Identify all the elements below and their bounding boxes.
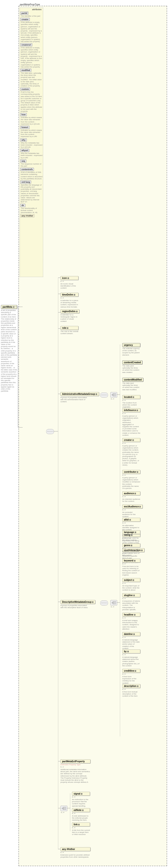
attr-label: creator xyxy=(20,18,30,21)
desc-seq xyxy=(100,600,108,606)
node-label: altid⊞ xyxy=(122,518,140,522)
attr-label: contentrefs xyxy=(20,168,34,171)
attr-label: modified xyxy=(20,69,31,72)
node-label: timeDelim⊞ xyxy=(61,293,78,297)
node-desc: An instruction to the processor that the… xyxy=(72,799,90,807)
type-frame: attributes partidThe identifier of the p… xyxy=(19,6,167,866)
desc-node-headline: headline⊞0..∞A brief and snappy introduc… xyxy=(122,613,140,630)
node-desc: An iconic visual identification of the c… xyxy=(61,283,78,289)
attr-creator: creatorIf the attribute is empty, specif… xyxy=(20,18,42,42)
admin-node-exclaudience: exclAudience⊞0..∞An excluded audience fo… xyxy=(122,504,143,518)
node-card: 0..∞ xyxy=(122,563,140,565)
node-desc: An intended audience for the content. xyxy=(122,498,140,502)
node-label: audience⊞ xyxy=(122,491,140,495)
node-label: contributor⊞ xyxy=(122,470,140,474)
admin-node-urgency: urgencyThe editorial urgency of the cont… xyxy=(122,343,140,356)
node-desc: A delimiter for a rectangular region in … xyxy=(61,314,78,322)
attr-desc: Why the metadata has been included - exp… xyxy=(21,152,42,159)
node-card: 0..∞ xyxy=(122,582,140,584)
node-label: creditline⊞ xyxy=(122,669,140,673)
any-other-desc: Extension point for provider-defined pro… xyxy=(61,854,91,858)
node-label: by⊞ xyxy=(122,649,140,653)
admin-seq xyxy=(100,393,108,398)
desc-choice-card: 0..∞ xyxy=(111,606,114,608)
node-desc: A note addressed to the editorial people… xyxy=(72,815,90,821)
partmeta-ext-property-card: 0..∞ xyxy=(61,766,91,768)
desc-node-dateline: dateline⊞0..∞A natural-language statemen… xyxy=(122,632,140,649)
node-card: 0..∞ xyxy=(122,617,140,619)
bottom-choice xyxy=(61,806,67,811)
attr-label: partid xyxy=(20,11,28,15)
node-label: language⊞ xyxy=(122,530,140,534)
node-desc: A delimiter for a piece of streaming med… xyxy=(61,300,78,308)
node-desc: The editorial urgency of the content, as… xyxy=(122,347,140,356)
attr-label: seq xyxy=(20,159,26,163)
node-card: 0..∞ xyxy=(72,812,90,814)
attr-howuri: howuriIndicates by which means the value… xyxy=(20,126,42,138)
bottom-node-ednote: edNote⊞0..∞A note addressed to the edito… xyxy=(72,808,90,821)
attr-desc: If set to true the corresponding propert… xyxy=(21,91,42,112)
admin-node-creator: creator⊞0..∞A party (person or organisat… xyxy=(122,438,140,466)
node-desc: A party (person or organisation) which o… xyxy=(122,415,140,436)
node-label: keyword⊞ xyxy=(122,559,140,563)
attr-contentrefs: contentrefsA list of identifiers of XML … xyxy=(20,168,42,180)
node-card: 0..∞ xyxy=(122,522,140,524)
attr-label: howuri xyxy=(20,126,30,129)
attr-whyuri: whyuriWhy the metadata has been included… xyxy=(20,149,42,159)
node-card: 0..∞ xyxy=(122,688,140,690)
node-desc: A brief and snappy introduction to the c… xyxy=(122,619,140,630)
root-partmeta-label: partMeta⊟ xyxy=(1,305,17,309)
node-desc: The date (and optionally the time) on wh… xyxy=(122,382,140,391)
root-partmeta-node: partMeta⊟ A set of properties describing… xyxy=(1,305,17,392)
node-label: description⊞ xyxy=(122,684,140,688)
attr-label: xml:lang xyxy=(20,180,31,184)
admin-metadata-group-label: AdministrativeMetadataGroup⊞ xyxy=(61,392,99,396)
node-icon: icon⊞0..∞An iconic visual identification… xyxy=(61,276,78,289)
node-desc: A free-form expression of the credit(s) … xyxy=(122,676,140,684)
attr-desc: Indicates by which means the value was e… xyxy=(21,129,42,138)
admin-node-infosource: infoSource⊞0..∞A party (person or organi… xyxy=(122,408,140,436)
admin-node-contentcreated: contentCreatedThe date (and optionally t… xyxy=(122,361,142,373)
attributes-panel: attributes partidThe identifier of the p… xyxy=(20,8,43,277)
attr-desc: Why the metadata has been included - exp… xyxy=(21,142,42,148)
admin-metadata-group-node: AdministrativeMetadataGroup⊞ A group of … xyxy=(61,392,99,403)
attr-label: how xyxy=(20,113,27,116)
node-card: 0..∞ xyxy=(122,509,143,511)
node-desc: A sequence of tokens associated with the… xyxy=(122,600,140,611)
attr-partid: partidThe identifier of the part xyxy=(20,11,42,17)
desc-node-genre: genre⊞0..∞A nature, intellectual or jour… xyxy=(122,544,140,557)
attr-how: howIndicates by which means the value wa… xyxy=(20,113,42,125)
desc-node-description: description⊞0..∞A free-form textual desc… xyxy=(122,684,140,697)
node-card: 0..∞ xyxy=(122,654,140,656)
node-desc: A natural-language statement of the date… xyxy=(122,639,140,649)
partmeta-ext-property-label: partMetaExtProperty xyxy=(61,760,91,763)
attr-label: dir xyxy=(20,204,25,207)
node-card: 0..∞ xyxy=(122,673,140,675)
any-other-label: any ##other xyxy=(61,847,91,851)
attr-any-other: any ##other xyxy=(20,214,34,217)
node-timedelim: timeDelim⊞0..∞A delimiter for a piece of… xyxy=(61,293,78,308)
node-card: 0..∞ xyxy=(122,496,140,498)
admin-metadata-group-desc: A group of properties associated with th… xyxy=(61,397,91,403)
desc-choice xyxy=(110,600,117,606)
sequence-compositor xyxy=(46,429,54,434)
attr-desc: Specifies the language of this property … xyxy=(21,184,42,203)
root-partmeta-desc: A set of properties describing a specifi… xyxy=(1,309,17,392)
node-desc: An important topic of the content; what … xyxy=(122,585,140,591)
node-card: 0..∞ xyxy=(122,412,140,414)
attr-label: custom xyxy=(20,88,30,91)
attr-dir: dirThe directionality of textual content… xyxy=(20,204,42,214)
node-role: role⊞The role in the overall content str… xyxy=(61,326,78,335)
node-label: urgency xyxy=(122,343,140,347)
any-other-node: any ##other 0..∞ Extension point for pro… xyxy=(61,847,91,858)
node-card: 0..∞ xyxy=(122,474,140,476)
partmeta-ext-property-node: partMetaExtProperty Extension Property T… xyxy=(61,760,91,783)
node-label: creator⊞ xyxy=(122,438,140,442)
desc-node-language: language⊞0..∞A language used by the news… xyxy=(122,530,140,541)
node-card: 0..∞ xyxy=(72,796,90,798)
node-card: 0..∞ xyxy=(72,827,90,829)
desc-metadata-group-node: DescriptiveMetadataGroup⊞ A group of pro… xyxy=(61,600,95,609)
attr-desc: A list of identifiers of XML elements co… xyxy=(21,171,42,180)
attr-modified: modifiedThe date (and, optionally, the t… xyxy=(20,69,42,87)
node-label: role⊞ xyxy=(61,326,78,330)
